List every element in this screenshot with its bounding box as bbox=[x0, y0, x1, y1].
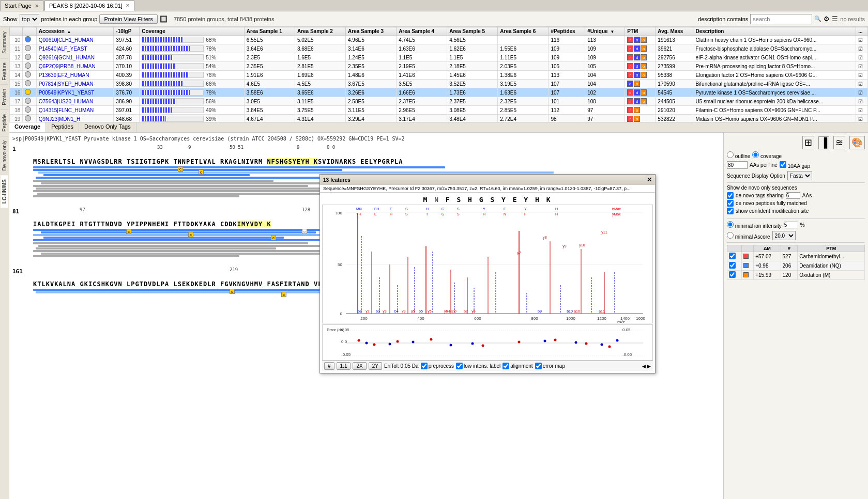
tab-peaks-close[interactable]: ✕ bbox=[126, 3, 130, 8]
alignment-check[interactable]: alignment bbox=[502, 363, 532, 369]
sidebar-item-denovo[interactable]: De novo only bbox=[1, 136, 8, 175]
svg-text:b7: b7 bbox=[464, 309, 468, 313]
scroll-indicator: ◀ ▶ bbox=[642, 364, 651, 369]
table-row: 2.35E5 bbox=[244, 62, 295, 71]
table-row[interactable]: P00549|KPYK1_YEAST bbox=[36, 88, 114, 97]
tab-peaks[interactable]: PEAKS 8 [2020-10-06 16:01] ✕ bbox=[44, 1, 134, 11]
tab-start-page[interactable]: Start Page ✕ bbox=[0, 1, 43, 11]
sidebar-item-summary[interactable]: Summary bbox=[1, 27, 8, 58]
col-s1[interactable]: Area Sample 1 bbox=[244, 27, 295, 36]
col-pep[interactable]: #Peptides bbox=[549, 27, 585, 36]
table-row: 78% bbox=[140, 88, 245, 97]
preprocess-check[interactable]: preprocess bbox=[421, 363, 454, 369]
col-s5[interactable]: Area Sample 5 bbox=[447, 27, 498, 36]
show-label: Show bbox=[3, 16, 18, 22]
tab-peptides[interactable]: Peptides bbox=[46, 122, 79, 132]
tags-sharing-label: de novo tags sharing bbox=[736, 193, 784, 198]
aa-per-line-input[interactable] bbox=[727, 161, 748, 169]
sidebar-item-feature[interactable]: Feature bbox=[1, 58, 8, 84]
spectrum-popup: 13 features ✕ Sequence=MNFSHGSYEYHK, Pre… bbox=[319, 174, 656, 373]
table-row: eIF-2-alpha kinase activator GCN1 OS=Hom… bbox=[693, 53, 856, 62]
list-item[interactable] bbox=[727, 271, 742, 280]
tab-denovo-tags[interactable]: Denovo Only Tags bbox=[79, 122, 136, 132]
table-row: Bifunctional glutamate/proline--tRNA lig… bbox=[693, 80, 856, 88]
min-ascore-radio[interactable]: minimal Ascore bbox=[727, 232, 770, 240]
tags-sharing-num-input[interactable] bbox=[786, 192, 800, 199]
table-row[interactable]: Q14315|FLNC_HUMAN bbox=[36, 106, 114, 115]
tab-start-page-close[interactable]: ✕ bbox=[35, 3, 39, 9]
sidebar-item-protein[interactable]: Protein bbox=[1, 84, 8, 110]
hash-button[interactable]: # bbox=[324, 362, 334, 370]
table-row[interactable]: P13639|EF2_HUMAN bbox=[36, 71, 114, 80]
table-row[interactable]: Q9NJ23|MDN1_H bbox=[36, 115, 114, 123]
show-confident-check[interactable] bbox=[727, 208, 734, 214]
svg-text:y5: y5 bbox=[428, 309, 432, 314]
sidebar-item-peptide[interactable]: Peptide bbox=[1, 110, 8, 136]
table-row: 78% bbox=[140, 44, 245, 53]
list-item[interactable] bbox=[727, 261, 742, 271]
table-row[interactable]: Q00610|CLH1_HUMAN bbox=[36, 36, 114, 44]
search-input[interactable] bbox=[750, 14, 812, 24]
svg-text:m/z: m/z bbox=[617, 320, 625, 323]
table-row[interactable]: P07814|SYEP_HUMAN bbox=[36, 80, 114, 88]
bar-chart-icon[interactable]: ▐ bbox=[818, 136, 829, 149]
tags-sharing-check[interactable] bbox=[727, 192, 734, 199]
zoom-in-button[interactable]: ⊞ bbox=[802, 136, 814, 149]
table-row: 4.67E4 bbox=[244, 115, 295, 123]
col-s2[interactable]: Area Sample 2 bbox=[295, 27, 345, 36]
col-s4[interactable]: Area Sample 4 bbox=[397, 27, 447, 36]
svg-text:b5: b5 bbox=[419, 309, 423, 313]
display-option-select[interactable]: Fasta bbox=[787, 171, 812, 180]
svg-text:S: S bbox=[405, 207, 408, 211]
settings-icon[interactable]: ⚙ bbox=[824, 15, 830, 23]
table-row: 4.6E5 bbox=[244, 80, 295, 88]
table-row: 273599 bbox=[656, 62, 693, 71]
error-map-check[interactable]: error map bbox=[535, 363, 565, 369]
menu-icon[interactable]: ☰ bbox=[832, 15, 838, 23]
ratio-2y-button[interactable]: 2Y bbox=[369, 362, 382, 370]
table-row: 6.55E5 bbox=[244, 36, 295, 44]
protein-view-filters-button[interactable]: Protein View Filters bbox=[99, 14, 158, 24]
gap-check[interactable]: 10AA gap bbox=[780, 161, 810, 169]
list-item: +57.02 bbox=[754, 252, 781, 261]
table-row: 100 bbox=[585, 97, 625, 106]
col-score[interactable]: -10lgP bbox=[114, 27, 140, 36]
ptm-col-dm: ΔM bbox=[754, 245, 781, 252]
col-accession[interactable]: Accession ▲ bbox=[36, 27, 114, 36]
ratio-1-1-button[interactable]: 1:1 bbox=[337, 362, 351, 370]
col-icon bbox=[23, 27, 36, 36]
ratio-2x-button[interactable]: 2X bbox=[353, 362, 366, 370]
cov-grey-2f bbox=[33, 255, 239, 257]
svg-text:T: T bbox=[426, 212, 429, 216]
wave-icon[interactable]: ≋ bbox=[833, 136, 845, 149]
min-ion-radio[interactable]: minimal ion intensity bbox=[727, 221, 782, 229]
col-coverage[interactable]: Coverage bbox=[140, 27, 245, 36]
table-row[interactable]: P14540|ALF_YEAST bbox=[36, 44, 114, 53]
low-intens-check[interactable]: low intens. label bbox=[456, 363, 500, 369]
table-row[interactable]: Q92616|GCN1_HUMAN bbox=[36, 53, 114, 62]
outline-radio-label[interactable]: outline bbox=[727, 151, 750, 159]
col-s3[interactable]: Area Sample 3 bbox=[346, 27, 397, 36]
table-row[interactable]: Q6P2Q9|PRB8_HUMAN bbox=[36, 62, 114, 71]
col-s6[interactable]: Area Sample 6 bbox=[498, 27, 549, 36]
coverage-radio[interactable] bbox=[752, 151, 759, 158]
svg-point-97 bbox=[430, 338, 433, 341]
table-row: 348.68 bbox=[114, 115, 140, 123]
color-icon[interactable]: 🎨 bbox=[849, 136, 865, 149]
table-row: 4.31E4 bbox=[295, 115, 345, 123]
outline-radio[interactable] bbox=[727, 151, 734, 158]
sidebar-item-lc[interactable]: LC-IIN/MS bbox=[1, 175, 8, 208]
fully-matched-check[interactable] bbox=[727, 200, 734, 207]
min-ascore-select[interactable]: 20.0 bbox=[772, 231, 796, 240]
tab-coverage[interactable]: Coverage bbox=[9, 122, 46, 132]
col-desc[interactable]: Description bbox=[693, 27, 856, 36]
top-select[interactable]: top bbox=[20, 14, 39, 24]
coverage-radio-label[interactable]: coverage bbox=[752, 151, 782, 159]
list-item[interactable] bbox=[727, 252, 742, 261]
min-ion-val-input[interactable] bbox=[784, 222, 798, 228]
col-ptm[interactable]: PTM bbox=[625, 27, 656, 36]
popup-close-button[interactable]: ✕ bbox=[647, 176, 652, 183]
col-uniq[interactable]: #Unique ▼ bbox=[585, 27, 625, 36]
table-row[interactable]: O75643|US20_HUMAN bbox=[36, 97, 114, 106]
col-mass[interactable]: Avg. Mass bbox=[656, 27, 693, 36]
